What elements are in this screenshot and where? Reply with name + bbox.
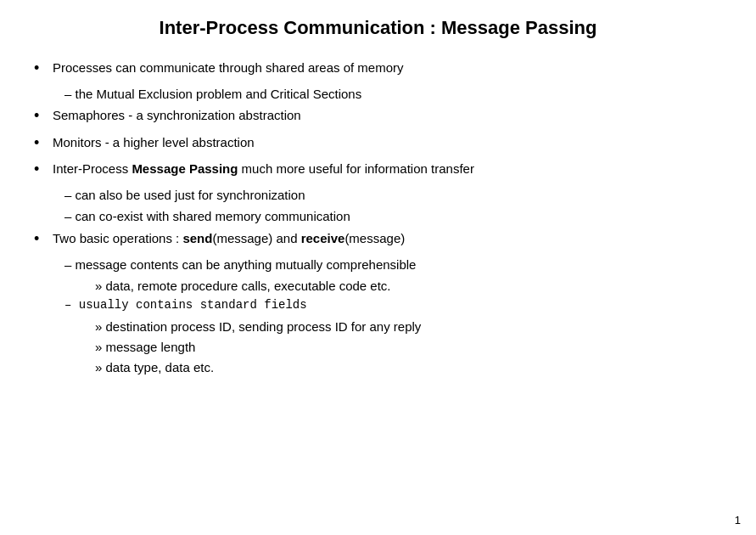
bullet-text-2: Semaphores - a synchronization abstracti…	[53, 105, 722, 125]
bullet-item-3: • Monitors - a higher level abstraction	[34, 132, 722, 154]
bullet-dot-1: •	[34, 58, 49, 79]
bullet-item-2: • Semaphores - a synchronization abstrac…	[34, 105, 722, 127]
bullet-item-5: • Two basic operations : send(message) a…	[34, 228, 722, 250]
slide: Inter-Process Communication : Message Pa…	[0, 0, 756, 535]
sub-text-5a: – message contents can be anything mutua…	[64, 255, 722, 274]
bullet-item-1: • Processes can communicate through shar…	[34, 58, 722, 79]
slide-title: Inter-Process Communication : Message Pa…	[34, 17, 722, 39]
subsub-text-5b3: » data type, data etc.	[95, 358, 722, 377]
subsub-item-5b3: » data type, data etc.	[95, 358, 722, 377]
subsub-text-5b2: » message length	[95, 337, 722, 357]
bullet-text-4: Inter-Process Message Passing much more …	[53, 159, 722, 178]
sub-text-4a: – can also be used just for synchronizat…	[64, 185, 722, 205]
bullet-dot-2: •	[34, 105, 49, 127]
bullet-dot-3: •	[34, 132, 49, 154]
sub-item-4a: – can also be used just for synchronizat…	[64, 185, 722, 205]
subsub-item-5b2: » message length	[95, 337, 722, 357]
subsub-text-5a1: » data, remote procedure calls, executab…	[95, 276, 722, 296]
slide-content: • Processes can communicate through shar…	[34, 58, 722, 378]
sub-item-4b: – can co-exist with shared memory commun…	[64, 206, 722, 226]
bullet-text-1: Processes can communicate through shared…	[53, 58, 722, 77]
bullet-dot-5: •	[34, 228, 49, 250]
page-number: 1	[735, 514, 741, 527]
subsub-item-5b1: » destination process ID, sending proces…	[95, 317, 722, 336]
subsub-text-5b1: » destination process ID, sending proces…	[95, 317, 722, 336]
bullet-item-4: • Inter-Process Message Passing much mor…	[34, 159, 722, 180]
sub-text-1a: – the Mutual Exclusion problem and Criti…	[64, 84, 722, 104]
sub-item-5b: – usually contains standard fields	[64, 296, 722, 315]
sub-text-5b: – usually contains standard fields	[64, 296, 722, 315]
sub-item-5a: – message contents can be anything mutua…	[64, 255, 722, 274]
sub-text-4b: – can co-exist with shared memory commun…	[64, 206, 722, 226]
subsub-item-5a1: » data, remote procedure calls, executab…	[95, 276, 722, 296]
bullet-dot-4: •	[34, 159, 49, 180]
sub-item-1a: – the Mutual Exclusion problem and Criti…	[64, 84, 722, 104]
bullet-text-5: Two basic operations : send(message) and…	[53, 228, 722, 248]
bullet-text-3: Monitors - a higher level abstraction	[53, 132, 722, 152]
